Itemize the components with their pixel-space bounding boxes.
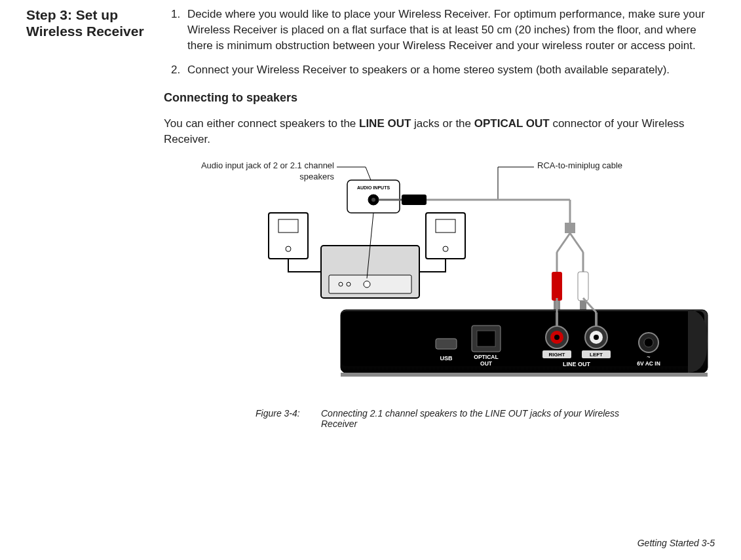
figure-caption: Figure 3-4: Connecting 2.1 channel speak… [256, 408, 649, 429]
line-out-term: LINE OUT [359, 117, 411, 130]
label-power: 6V AC IN [637, 360, 660, 367]
svg-point-23 [286, 246, 291, 252]
diagram-svg: AUDIO INPUTS [177, 160, 714, 403]
svg-rect-36 [436, 339, 457, 349]
page-footer: Getting Started 3-5 [637, 538, 715, 548]
instruction-item: Decide where you would like to place you… [183, 7, 714, 53]
label-audio-inputs: AUDIO INPUTS [357, 185, 390, 190]
label-optical-out-2: OUT [480, 360, 493, 367]
callout-audio-input: Audio input jack of 2 or 2.1 channel spe… [190, 160, 334, 183]
label-usb: USB [440, 355, 453, 362]
svg-point-29 [339, 282, 343, 286]
step-heading: Step 3: Set up Wireless Receiver [26, 7, 151, 39]
svg-point-45 [594, 335, 599, 340]
svg-point-31 [364, 281, 370, 288]
para-text: jacks or the [411, 117, 474, 130]
para-text: You can either connect speakers to the [164, 117, 359, 130]
figure-number: Figure 3-4: [256, 408, 321, 429]
label-right: RIGHT [549, 352, 565, 358]
section-paragraph: You can either connect speakers to the L… [164, 116, 714, 147]
callout-rca-cable: RCA-to-miniplug cable [537, 160, 622, 170]
svg-rect-8 [402, 195, 427, 205]
section-heading: Connecting to speakers [164, 91, 714, 105]
svg-rect-22 [278, 219, 298, 233]
svg-point-30 [347, 282, 351, 286]
optical-out-term: OPTICAL OUT [474, 117, 550, 130]
svg-line-14 [570, 233, 583, 252]
figure: Audio input jack of 2 or 2.1 channel spe… [177, 160, 714, 422]
svg-rect-19 [578, 272, 588, 301]
svg-line-13 [557, 233, 570, 252]
svg-point-48 [644, 338, 653, 347]
svg-rect-38 [477, 331, 495, 346]
svg-rect-16 [552, 272, 562, 301]
svg-rect-25 [436, 219, 455, 233]
svg-point-26 [443, 246, 448, 252]
svg-point-7 [371, 198, 375, 202]
svg-point-41 [554, 335, 560, 340]
svg-rect-12 [565, 223, 575, 233]
instruction-list: Decide where you would like to place you… [164, 7, 714, 78]
label-tilde: ~ [647, 354, 650, 360]
label-left: LEFT [590, 352, 603, 358]
label-optical-out-1: OPTICAL [474, 354, 498, 360]
instruction-item: Connect your Wireless Receiver to speake… [183, 62, 714, 78]
figure-caption-text: Connecting 2.1 channel speakers to the L… [321, 408, 649, 429]
svg-rect-35 [341, 373, 708, 377]
label-line-out: LINE OUT [563, 361, 591, 367]
